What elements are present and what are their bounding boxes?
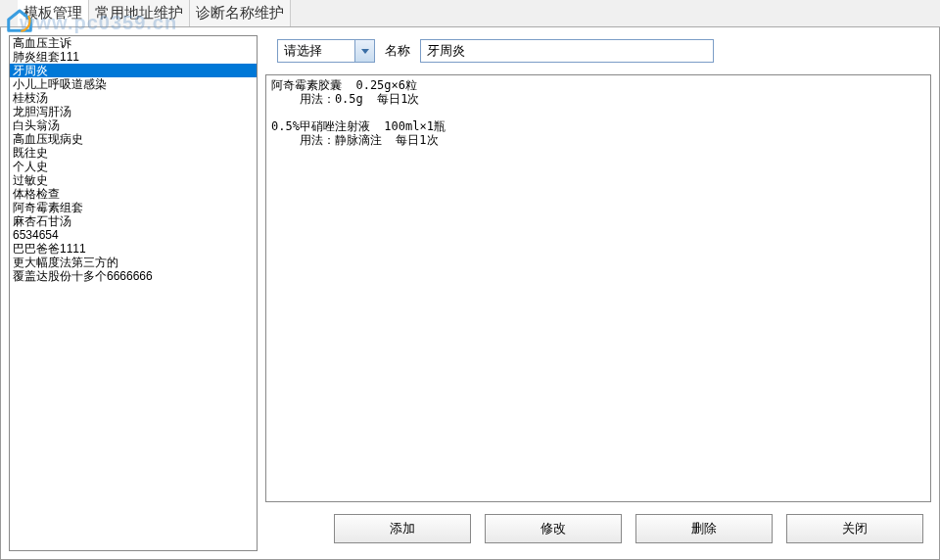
list-item[interactable]: 更大幅度法第三方的 <box>10 256 257 269</box>
form-row: 请选择 名称 <box>265 35 931 67</box>
list-item[interactable]: 6534654 <box>10 228 257 242</box>
select-value: 请选择 <box>284 42 322 60</box>
tab-bar: 模板管理 常用地址维护 诊断名称维护 <box>0 0 940 27</box>
modify-button[interactable]: 修改 <box>485 514 622 543</box>
close-button[interactable]: 关闭 <box>786 514 923 543</box>
list-item[interactable]: 肺炎组套111 <box>10 50 257 64</box>
right-panel: 请选择 名称 阿奇霉素胶囊 0.25g×6粒 用法：0.5g 每日1次 0.5%… <box>265 35 931 551</box>
category-select[interactable]: 请选择 <box>277 39 375 63</box>
tab-template-manage[interactable]: 模板管理 <box>18 0 89 26</box>
main-panel: 高血压主诉肺炎组套111牙周炎小儿上呼吸道感染桂枝汤龙胆泻肝汤白头翁汤高血压现病… <box>0 27 940 560</box>
list-item[interactable]: 覆盖达股份十多个6666666 <box>10 269 257 283</box>
list-item[interactable]: 阿奇霉素组套 <box>10 201 257 214</box>
list-item[interactable]: 高血压现病史 <box>10 132 257 146</box>
list-item[interactable]: 小儿上呼吸道感染 <box>10 77 257 91</box>
list-item[interactable]: 巴巴爸爸1111 <box>10 242 257 256</box>
button-row: 添加 修改 删除 关闭 <box>265 510 931 551</box>
delete-button[interactable]: 删除 <box>635 514 773 543</box>
name-input[interactable] <box>420 39 714 63</box>
list-item[interactable]: 白头翁汤 <box>10 118 257 132</box>
tab-address-maintain[interactable]: 常用地址维护 <box>89 0 190 26</box>
list-item[interactable]: 龙胆泻肝汤 <box>10 105 257 118</box>
tab-diagnosis-maintain[interactable]: 诊断名称维护 <box>190 0 291 26</box>
list-item[interactable]: 桂枝汤 <box>10 91 257 105</box>
chevron-down-icon <box>354 40 374 62</box>
content-textarea[interactable]: 阿奇霉素胶囊 0.25g×6粒 用法：0.5g 每日1次 0.5%甲硝唑注射液 … <box>265 74 931 502</box>
name-label: 名称 <box>385 42 410 60</box>
list-item[interactable]: 个人史 <box>10 160 257 173</box>
list-item[interactable]: 过敏史 <box>10 173 257 187</box>
template-list[interactable]: 高血压主诉肺炎组套111牙周炎小儿上呼吸道感染桂枝汤龙胆泻肝汤白头翁汤高血压现病… <box>9 35 258 551</box>
list-item[interactable]: 既往史 <box>10 146 257 160</box>
list-item[interactable]: 高血压主诉 <box>10 36 257 50</box>
list-item[interactable]: 体格检查 <box>10 187 257 201</box>
list-item[interactable]: 牙周炎 <box>10 64 257 77</box>
add-button[interactable]: 添加 <box>334 514 471 543</box>
list-item[interactable]: 麻杏石甘汤 <box>10 214 257 228</box>
